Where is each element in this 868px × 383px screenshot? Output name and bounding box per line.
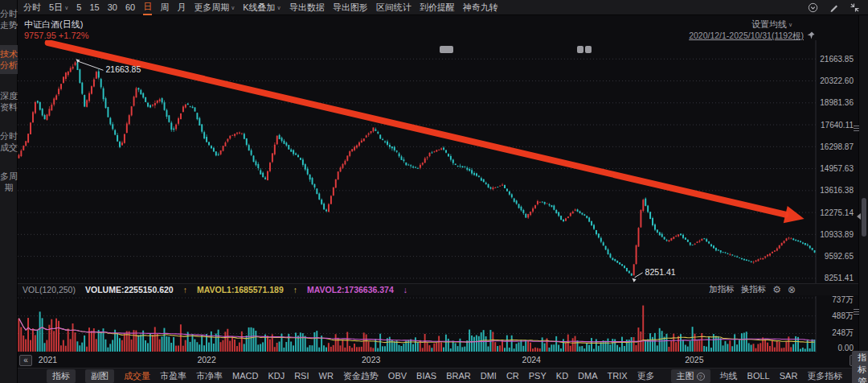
period-5day[interactable]: 5日∨ bbox=[49, 1, 68, 14]
pin-icon[interactable] bbox=[807, 31, 815, 41]
sidebar-depth-info[interactable]: 深度资料 bbox=[0, 87, 18, 116]
svg-text:20322.60: 20322.60 bbox=[820, 76, 854, 85]
label: 60 bbox=[125, 2, 135, 12]
indicator-volume[interactable]: 成交量 bbox=[124, 370, 150, 382]
symbol-title: 中证白酒(日线) bbox=[24, 19, 83, 31]
period-week[interactable]: 周 bbox=[160, 1, 169, 14]
indicator-ma[interactable]: 均线 bbox=[720, 370, 738, 382]
label: K线叠加 bbox=[243, 2, 275, 12]
volume-bar-chart[interactable]: 737万488万248万0.00 bbox=[18, 296, 858, 352]
kline-overlay[interactable]: K线叠加∨ bbox=[243, 1, 280, 14]
period-30min[interactable]: 30 bbox=[108, 1, 117, 14]
subchart-button[interactable]: 副图 bbox=[85, 369, 114, 383]
indicator-toolbar: 指标副图成交量市盈率市净率MACDKDJRSIWR资金趋势OBVBIASBRAR… bbox=[18, 368, 868, 383]
indicator-dmi[interactable]: DMI bbox=[481, 370, 497, 382]
indicator-fund-trend[interactable]: 资金趋势 bbox=[343, 370, 379, 382]
yr-item[interactable]: 2024 bbox=[522, 355, 541, 364]
collapse-panel-arrow-icon[interactable] bbox=[857, 213, 861, 220]
range-handle-right-1[interactable] bbox=[577, 46, 583, 53]
pane-resize-grip-bottom[interactable] bbox=[854, 308, 859, 315]
ma-setting-label: 设置均线 bbox=[751, 19, 787, 29]
svg-text:8251.41: 8251.41 bbox=[645, 267, 676, 277]
scroll-left-button[interactable]: « bbox=[19, 355, 32, 366]
range-handle-left[interactable] bbox=[440, 46, 453, 53]
main-chart-button[interactable]: 主图? bbox=[671, 369, 710, 383]
export-image[interactable]: 导出图形 bbox=[333, 1, 368, 14]
period-15min[interactable]: 15 bbox=[89, 1, 99, 14]
volume-pane-header: VOL(120,250) VOLUME:2255150.620 ↑ MAVOL1… bbox=[18, 283, 858, 295]
period-60min[interactable]: 60 bbox=[125, 1, 135, 14]
date-range-text[interactable]: 2020/12/1-2025/10/31(1192根) bbox=[689, 31, 804, 42]
indicator-rsi[interactable]: RSI bbox=[294, 370, 309, 382]
label: KDJ bbox=[268, 371, 285, 381]
yr-item[interactable]: 2021 bbox=[39, 355, 57, 364]
range-handle-right-2[interactable] bbox=[585, 46, 592, 53]
label: 更多 bbox=[637, 371, 655, 381]
label: 指标 bbox=[52, 371, 70, 381]
vol-indicator-name[interactable]: VOL(120,250) bbox=[23, 285, 76, 294]
more-periods[interactable]: 更多周期∨ bbox=[194, 1, 235, 14]
indicator-macd[interactable]: MACD bbox=[232, 370, 258, 382]
indicator-manage-button[interactable]: 指标管理 bbox=[852, 351, 868, 383]
yr-item[interactable]: 2022 bbox=[197, 355, 215, 364]
pane-resize-grip-top[interactable] bbox=[854, 125, 859, 132]
indicator-wr[interactable]: WR bbox=[319, 370, 334, 382]
indicator-brar[interactable]: BRAR bbox=[446, 370, 471, 382]
indicator-pe[interactable]: 市盈率 bbox=[160, 370, 186, 382]
label: 区间统计 bbox=[376, 2, 411, 12]
export-data[interactable]: 导出数据 bbox=[289, 1, 325, 14]
toolbar-icons bbox=[808, 2, 868, 13]
indicator-button[interactable]: 指标 bbox=[47, 369, 76, 383]
indicator-sar[interactable]: SAR bbox=[780, 370, 798, 382]
collapse-icon[interactable] bbox=[850, 2, 860, 13]
scrollbar-thumb[interactable] bbox=[862, 198, 866, 237]
main-candlestick-chart[interactable]: 21663.8520322.6018981.3617640.1116298.87… bbox=[18, 40, 858, 284]
indicator-dma[interactable]: DMA bbox=[578, 370, 597, 382]
close-icon[interactable]: ⊗ bbox=[788, 284, 796, 295]
indicator-kdj[interactable]: KDJ bbox=[268, 370, 285, 382]
indicator-kd[interactable]: KD bbox=[556, 370, 568, 382]
indicator-pb[interactable]: 市净率 bbox=[196, 370, 223, 382]
add-indicator-button[interactable]: 加指标 bbox=[709, 284, 735, 295]
indicator-cr[interactable]: CR bbox=[506, 370, 519, 382]
sidebar-multi-period[interactable]: 多周期 bbox=[0, 167, 18, 196]
indicator-more[interactable]: 更多 bbox=[637, 370, 655, 382]
yr-item[interactable]: 2025 bbox=[685, 355, 703, 364]
switch-indicator-button[interactable]: 换指标 bbox=[741, 284, 767, 295]
indicator-boll[interactable]: BOLL bbox=[747, 370, 770, 382]
sidebar-technical-analysis[interactable]: 技术分析 bbox=[0, 45, 18, 74]
pen-icon[interactable] bbox=[829, 2, 839, 13]
label: BIAS bbox=[416, 371, 436, 381]
label: 导出图形 bbox=[333, 2, 368, 12]
svg-text:12275.14: 12275.14 bbox=[820, 208, 854, 217]
price-alert[interactable]: 到价提醒 bbox=[420, 1, 455, 14]
sidebar-tick-trades[interactable]: 分时成交 bbox=[0, 127, 18, 156]
label: 技术分析 bbox=[0, 49, 18, 70]
indicator-trix[interactable]: TRIX bbox=[608, 370, 628, 382]
circle-chevron-icon[interactable] bbox=[808, 2, 818, 13]
period-minute[interactable]: 分时 bbox=[23, 1, 41, 14]
chevron-down-icon: ∨ bbox=[788, 22, 792, 27]
sidebar-minute-trend[interactable]: 分时走势 bbox=[0, 5, 18, 34]
label: 资金趋势 bbox=[343, 371, 379, 381]
svg-text:488万: 488万 bbox=[832, 311, 854, 320]
period-5min[interactable]: 5 bbox=[76, 1, 81, 14]
period-month[interactable]: 月 bbox=[177, 1, 186, 14]
label: 多周期 bbox=[0, 171, 18, 192]
gear-icon[interactable]: ⚙ bbox=[772, 284, 781, 295]
label: 更多周期 bbox=[194, 2, 229, 12]
last-price-change: 9757.95 +1.72% bbox=[24, 31, 88, 40]
more-indicators[interactable]: 更多指标 bbox=[807, 370, 842, 382]
time-axis: 20212022202320242025 bbox=[18, 354, 816, 366]
range-statistics[interactable]: 区间统计 bbox=[376, 1, 411, 14]
magic-nine-turns[interactable]: 神奇九转 bbox=[463, 1, 498, 14]
indicator-psy[interactable]: PSY bbox=[529, 370, 547, 382]
yr-item[interactable]: 2023 bbox=[362, 355, 380, 364]
indicator-bias[interactable]: BIAS bbox=[416, 370, 436, 382]
period-day[interactable]: 日 bbox=[143, 0, 152, 15]
label: 分时走势 bbox=[0, 9, 18, 30]
indicator-obv[interactable]: OBV bbox=[388, 370, 407, 382]
label: DMI bbox=[481, 371, 497, 381]
svg-text:9592.65: 9592.65 bbox=[825, 252, 854, 261]
ma-setting-menu[interactable]: 设置均线∨ bbox=[751, 19, 792, 31]
